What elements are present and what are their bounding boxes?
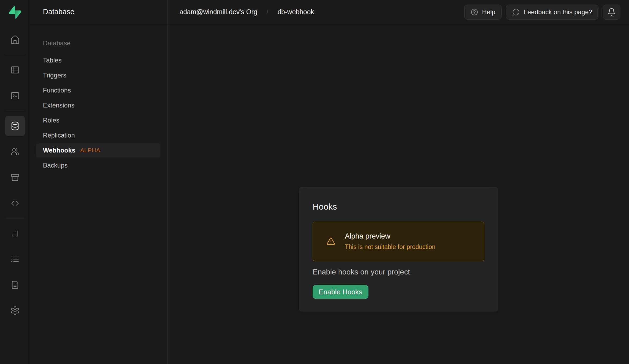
notifications-button[interactable]: [603, 5, 620, 20]
breadcrumb-project[interactable]: db-webhook: [277, 8, 314, 16]
rail-item-edge-functions[interactable]: [0, 190, 30, 216]
header-actions: Help Feedback on this page?: [464, 5, 620, 20]
page-title: Database: [43, 8, 74, 16]
breadcrumb: adam@windmill.dev's Org / db-webhook: [180, 8, 314, 16]
rail-item-table-editor[interactable]: [0, 57, 30, 83]
supabase-logo-icon[interactable]: [0, 0, 30, 27]
alert-text: Alpha preview This is not suitable for p…: [345, 232, 436, 251]
sidebar-item-functions[interactable]: Functions: [36, 83, 160, 97]
menu-section-heading: Database: [43, 39, 167, 47]
home-icon: [5, 29, 25, 50]
breadcrumb-separator: /: [266, 8, 268, 16]
sidebar-item-roles[interactable]: Roles: [36, 113, 160, 127]
settings-gear-icon: [5, 300, 25, 321]
rail-divider: [0, 216, 30, 221]
enable-hooks-button[interactable]: Enable Hooks: [313, 285, 368, 299]
rail-item-storage[interactable]: [0, 165, 30, 190]
database-icon: [5, 116, 25, 136]
main-column: adam@windmill.dev's Org / db-webhook Hel…: [168, 0, 629, 364]
hooks-description: Enable hooks on your project.: [313, 267, 484, 277]
bell-icon: [607, 8, 616, 16]
rail-item-reports[interactable]: [0, 221, 30, 246]
alpha-preview-alert: Alpha preview This is not suitable for p…: [313, 222, 484, 261]
alert-title: Alpha preview: [345, 232, 436, 241]
top-header: adam@windmill.dev's Org / db-webhook Hel…: [168, 0, 629, 24]
nav-rail: [0, 0, 30, 364]
breadcrumb-org[interactable]: adam@windmill.dev's Org: [180, 8, 257, 16]
auth-users-icon: [5, 142, 25, 162]
sidebar-item-replication[interactable]: Replication: [36, 128, 160, 142]
rail-item-home[interactable]: [0, 27, 30, 53]
warning-triangle-icon: [326, 237, 335, 246]
api-docs-file-icon: [5, 275, 25, 295]
rail-divider: [0, 53, 30, 57]
sidebar-item-backups[interactable]: Backups: [36, 158, 160, 172]
app-window: Database Database Tables Triggers Functi…: [0, 0, 629, 364]
alert-description: This is not suitable for production: [345, 243, 436, 251]
sql-editor-icon: [5, 86, 25, 106]
reports-chart-icon: [5, 223, 25, 244]
table-editor-icon: [5, 60, 25, 80]
sidebar-item-tables[interactable]: Tables: [36, 53, 160, 67]
help-button[interactable]: Help: [464, 5, 501, 20]
rail-nav: [0, 27, 30, 324]
database-sidebar: Database Database Tables Triggers Functi…: [30, 0, 168, 364]
edge-functions-code-icon: [5, 193, 25, 213]
rail-item-settings[interactable]: [0, 298, 30, 324]
sidebar-header: Database: [30, 0, 167, 24]
database-menu: Database Tables Triggers Functions Exten…: [30, 24, 167, 172]
alpha-badge: ALPHA: [80, 147, 100, 154]
main-content: Hooks Alpha preview This is not suitable…: [168, 24, 629, 364]
feedback-button[interactable]: Feedback on this page?: [506, 5, 598, 20]
sidebar-item-triggers[interactable]: Triggers: [36, 68, 160, 82]
rail-item-auth[interactable]: [0, 139, 30, 165]
rail-divider: [0, 109, 30, 113]
hooks-card-title: Hooks: [313, 201, 484, 212]
feedback-bubble-icon: [512, 8, 520, 16]
sidebar-item-extensions[interactable]: Extensions: [36, 98, 160, 112]
rail-item-logs[interactable]: [0, 246, 30, 272]
help-circle-icon: [470, 8, 478, 16]
rail-item-database[interactable]: [0, 113, 30, 139]
sidebar-item-webhooks[interactable]: Webhooks ALPHA: [36, 143, 160, 157]
logs-list-icon: [5, 249, 25, 269]
rail-item-api-docs[interactable]: [0, 272, 30, 298]
storage-archive-icon: [5, 167, 25, 188]
hooks-card: Hooks Alpha preview This is not suitable…: [299, 187, 498, 311]
rail-item-sql-editor[interactable]: [0, 83, 30, 109]
